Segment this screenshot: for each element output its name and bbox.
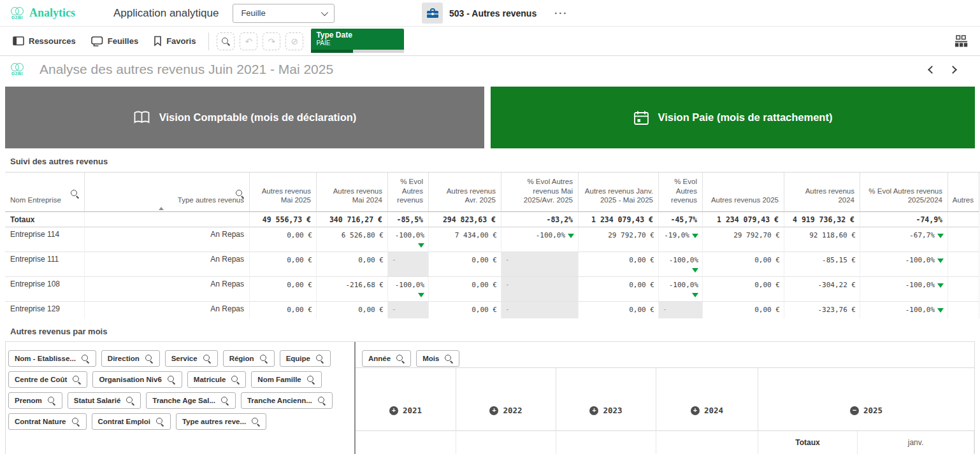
filter-chip-nom-famille[interactable]: Nom Famille [251,371,321,388]
search-icon[interactable] [126,396,134,405]
vision-paie-button[interactable]: Vision Paie (mois de rattachement) [491,87,975,148]
column-header[interactable]: Autres revenus Mai 2024 [317,173,388,212]
search-icon[interactable] [444,354,453,363]
search-icon[interactable] [81,354,90,363]
dimension-cell-entreprise[interactable]: Entreprise 111 [5,252,85,277]
nav-feuilles[interactable]: Feuilles [83,27,146,55]
dimension-cell-type[interactable]: An Repas [85,252,250,277]
brand-logo[interactable]: D2BI Analytics [9,6,75,20]
pivot-year-2021[interactable]: +2021 [356,368,456,431]
totals-cell: 49 556,73 € [250,212,317,227]
column-header-label: % Evol Autres revenus Mai 2025/Avr. 2025 [507,177,573,205]
column-header[interactable]: Autres revenus Janv. 2025 - Mai 2025 [579,173,659,212]
filter-chip-statut-salari[interactable]: Statut Salarié [68,392,141,409]
search-icon[interactable] [72,375,81,384]
previous-sheet-button[interactable] [928,66,936,74]
filter-chip-direction[interactable]: Direction [101,350,160,367]
next-sheet-button[interactable] [949,66,957,74]
dimension-cell-entreprise[interactable]: Entreprise 108 [5,277,85,302]
monthly-section-title: Autres revenus par mois [10,327,980,338]
table-cell: 0,00 € [317,302,388,318]
column-header[interactable]: Type autres revenus [85,173,250,212]
search-icon[interactable] [71,417,80,426]
column-header[interactable]: Autres revenus 2024 [784,173,860,212]
filter-chip-tranche-age-sal[interactable]: Tranche Age Sal... [146,392,236,409]
column-header[interactable]: Nom Entreprise [5,173,85,212]
chevron-down-icon [321,8,328,15]
undo-button[interactable]: ↶ [240,32,257,50]
pivot-year-2024[interactable]: +2024 [656,368,758,431]
search-icon[interactable] [155,417,164,426]
filter-chip-nom-etablisse[interactable]: Nom - Etablisse... [8,350,96,367]
pivot-year-2025[interactable]: −2025 [758,368,974,431]
dimension-cell-type[interactable]: An Repas [85,277,250,302]
expand-icon[interactable]: + [389,406,398,415]
search-icon[interactable] [203,354,212,363]
search-icon[interactable] [70,189,79,198]
filter-chip-mois[interactable]: Mois [416,350,459,367]
filter-chip-tranche-ancienn[interactable]: Tranche Ancienn... [241,392,333,409]
column-header[interactable]: % Evol Autres revenus 2025/2024 [860,173,948,212]
filter-chip-centre-de-co-t[interactable]: Centre de Coût [8,371,87,388]
filter-chip-ann-e[interactable]: Année [362,350,411,367]
pivot-year-2023[interactable]: +2023 [556,368,656,431]
app-toolbox-icon[interactable] [422,3,443,24]
table-cell: -100,0% [388,277,429,302]
filter-chip-r-gion[interactable]: Région [223,350,275,367]
search-icon[interactable] [231,375,240,384]
sheet-selector-dropdown[interactable]: Feuille [233,4,335,23]
pivot-subheader-janv[interactable]: janv. [858,431,974,454]
vision-comptable-button[interactable]: Vision Comptable (mois de déclaration) [5,87,484,148]
column-header[interactable]: Autres [948,173,979,212]
filter-chip-contrat-emploi[interactable]: Contrat Emploi [92,413,171,430]
search-icon[interactable] [145,354,154,363]
column-header[interactable]: Autres revenus 2025 [703,173,784,212]
nav-favoris-label: Favoris [166,36,196,46]
table-cell: 0,00 € [429,302,501,318]
sheet-objects-icon[interactable] [954,35,969,47]
filter-chip-service[interactable]: Service [165,350,218,367]
table-title: Suivi des autres revenus [10,157,980,168]
selection-chip-type-date[interactable]: Type Date PAIE [311,29,404,53]
more-menu-button[interactable]: ··· [554,8,568,18]
totals-cell: -83,2% [501,212,579,227]
search-icon[interactable] [251,417,260,426]
column-header[interactable]: % Evol Autres revenus Mai 2025/Avr. 2025 [501,173,579,212]
column-header[interactable]: Autres revenus Mai 2025 [250,173,317,212]
table-cell-empty: - [501,252,579,277]
expand-icon[interactable]: + [589,406,598,415]
redo-button[interactable]: ↷ [263,32,280,50]
table-cell: 29 792,70 € [579,227,659,252]
expand-icon[interactable]: + [489,406,498,415]
nav-favoris[interactable]: Favoris [146,27,203,55]
filter-chip-type-autres-reve[interactable]: Type autres reve... [176,413,266,430]
column-header[interactable]: % Evol Autres revenus [388,173,429,212]
filter-chip-organisation-niv6[interactable]: Organisation Niv6 [92,371,182,388]
dimension-cell-entreprise[interactable]: Entreprise 129 [5,302,85,318]
pivot-year-2022[interactable]: +2022 [456,368,556,431]
dimension-cell-entreprise[interactable]: Entreprise 114 [5,227,85,252]
search-icon[interactable] [167,375,176,384]
pivot-subheader-totaux[interactable]: Totaux [758,431,858,454]
search-icon[interactable] [315,354,324,363]
smart-search-button[interactable] [217,32,234,50]
search-icon[interactable] [47,396,56,405]
search-icon[interactable] [317,396,326,405]
filter-chip-matricule[interactable]: Matricule [187,371,247,388]
search-icon[interactable] [396,354,405,363]
dimension-cell-type[interactable]: An Repas [85,302,250,318]
column-header[interactable]: Autres revenus Avr. 2025 [429,173,501,212]
filter-chip-equipe[interactable]: Equipe [280,350,331,367]
search-icon[interactable] [220,396,229,405]
collapse-icon[interactable]: − [850,406,859,415]
nav-ressources[interactable]: Ressources [5,27,83,55]
search-icon[interactable] [306,375,315,384]
clear-selections-button[interactable]: ⊘ [285,32,303,50]
dimension-cell-type[interactable]: An Repas [85,227,250,252]
column-header[interactable]: % Evol Autres revenus [659,173,703,212]
search-icon[interactable] [235,189,244,198]
filter-chip-contrat-nature[interactable]: Contrat Nature [8,413,87,430]
expand-icon[interactable]: + [691,406,700,415]
search-icon[interactable] [259,354,268,363]
filter-chip-prenom[interactable]: Prenom [8,392,62,409]
